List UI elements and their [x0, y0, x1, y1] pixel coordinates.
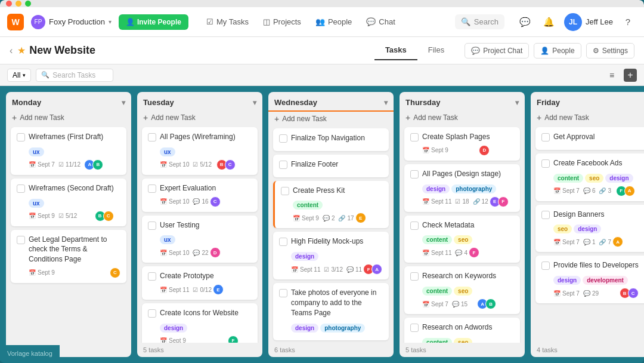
workspace-chevron-icon: ▾: [109, 19, 112, 25]
task-card[interactable]: Create Facebook Adscontentseodesign📅Sept…: [535, 153, 644, 201]
task-card[interactable]: Research on Keywordscontentseo📅Sept 7💬15…: [404, 266, 520, 314]
task-card[interactable]: Wireframes (First Draft)ux📅Sept 7☑11/12A…: [11, 127, 126, 175]
nav-chat[interactable]: 💬 Chat: [360, 14, 401, 30]
calendar-icon: 📅: [29, 269, 36, 276]
people-button[interactable]: 👤 People: [534, 43, 581, 59]
task-checkbox[interactable]: [17, 133, 25, 141]
task-card[interactable]: High Fidelity Mock-upsdesign📅Sept 11☑3/1…: [273, 232, 389, 279]
task-checkbox[interactable]: [410, 324, 419, 332]
search-tasks-input[interactable]: 🔍 Search Tasks: [36, 69, 113, 82]
workspace-name: Foxy Production: [49, 17, 105, 26]
add-task-monday[interactable]: + Add new Task: [6, 110, 131, 127]
tasks-list-friday: Get Approval Create Facebook Adscontents…: [531, 127, 644, 343]
task-avatars: C: [112, 267, 120, 278]
task-checkbox[interactable]: [148, 222, 156, 230]
task-checklist: ☑5/12: [58, 213, 77, 219]
page-title: New Website: [29, 44, 374, 57]
plus-icon: +: [274, 114, 279, 124]
task-checkbox[interactable]: [148, 272, 156, 281]
back-button[interactable]: ‹: [10, 45, 13, 56]
task-card[interactable]: Create Splash Pages📅Sept 9D: [404, 127, 520, 161]
column-chevron-wednesday[interactable]: ▾: [384, 99, 388, 107]
task-checkbox[interactable]: [17, 184, 25, 193]
column-chevron-tuesday[interactable]: ▾: [253, 99, 256, 107]
help-icon[interactable]: ?: [619, 13, 637, 31]
add-column-button[interactable]: +: [624, 69, 637, 82]
task-card[interactable]: Get Legal Department to check the Terms …: [11, 230, 126, 283]
user-menu[interactable]: JL Jeff Lee: [564, 13, 613, 31]
task-checkbox[interactable]: [541, 159, 550, 168]
task-card[interactable]: Get Approval: [535, 127, 644, 150]
task-checkbox[interactable]: [410, 170, 419, 179]
favorite-button[interactable]: ★: [17, 45, 26, 56]
task-checkbox[interactable]: [148, 133, 156, 141]
task-checkbox[interactable]: [410, 272, 419, 281]
search-box[interactable]: 🔍 Search: [455, 14, 504, 29]
settings-icon: ⚙: [593, 47, 599, 55]
task-card[interactable]: Provide files to Developersdesigndevelop…: [535, 256, 644, 303]
task-card[interactable]: Check Metadatacontentseo📅Sept 11💬4F: [404, 216, 520, 263]
task-card[interactable]: Create Icons for Websitedesign📅Sept 9F: [142, 303, 258, 343]
task-checkbox[interactable]: [410, 133, 419, 141]
nav-projects[interactable]: ◫ Projects: [257, 14, 307, 30]
task-card[interactable]: Create Prototype📅Sept 11☑0/12E: [142, 266, 258, 300]
tab-tasks[interactable]: Tasks: [374, 41, 417, 60]
task-card[interactable]: Create Press Kitcontent📅Sept 9💬2🔗17E: [273, 181, 389, 229]
nav-people[interactable]: 👥 People: [309, 14, 358, 30]
task-card[interactable]: Research on Adwordscontentseo📅Sept 7💬6BC: [404, 318, 520, 343]
column-chevron-thursday[interactable]: ▾: [515, 99, 519, 107]
task-comments: 💬6: [583, 187, 596, 194]
add-task-thursday[interactable]: + Add new Task: [400, 110, 525, 127]
project-chat-button[interactable]: 💬 Project Chat: [465, 43, 529, 59]
view-toggle-button[interactable]: ≡: [603, 67, 620, 84]
column-chevron-monday[interactable]: ▾: [122, 99, 125, 107]
task-tag-content: content: [422, 235, 452, 244]
task-card[interactable]: Finalize Top Navigation: [273, 128, 389, 151]
bell-icon[interactable]: 🔔: [540, 13, 558, 31]
task-card[interactable]: All Pages (Design stage)designphotograph…: [404, 164, 520, 212]
task-card[interactable]: User Testingux📅Sept 10💬22D: [142, 216, 258, 263]
task-card[interactable]: All Pages (Wireframing)ux📅Sept 10☑5/12BC: [142, 127, 258, 175]
task-checkbox[interactable]: [279, 238, 287, 246]
add-task-tuesday[interactable]: + Add new Task: [137, 110, 262, 127]
close-dot[interactable]: [6, 1, 12, 7]
task-checkbox[interactable]: [17, 236, 25, 244]
add-task-friday[interactable]: + Add new Task: [531, 110, 644, 127]
workspace-avatar: FP: [31, 15, 45, 29]
task-checkbox[interactable]: [410, 222, 419, 230]
task-date: 📅Sept 9: [293, 215, 319, 222]
maximize-dot[interactable]: [25, 1, 31, 7]
checklist-icon: ☑: [193, 161, 198, 168]
task-checkbox[interactable]: [279, 289, 287, 297]
nav-my-tasks[interactable]: ☑ My Tasks: [200, 14, 255, 30]
app-logo: W: [7, 14, 24, 30]
tab-files[interactable]: Files: [417, 41, 455, 60]
task-avatars: C: [212, 196, 221, 207]
task-checkbox[interactable]: [279, 161, 287, 169]
task-tags: contentseo: [422, 284, 496, 296]
task-checkbox[interactable]: [148, 309, 156, 318]
task-checkbox[interactable]: [281, 187, 289, 195]
settings-button[interactable]: ⚙ Settings: [586, 43, 634, 59]
workspace-selector[interactable]: FP Foxy Production ▾: [31, 15, 112, 29]
task-card[interactable]: Take photos of everyone in company to ad…: [273, 283, 389, 340]
invite-people-button[interactable]: 👤 Invite People: [119, 14, 188, 30]
task-card[interactable]: Wireframes (Second Draft)ux📅Sept 9☑5/12B…: [11, 179, 126, 226]
add-task-wednesday[interactable]: + Add new Task: [268, 112, 394, 128]
all-filter[interactable]: All ▾: [7, 69, 31, 82]
task-tag-content: content: [293, 201, 323, 210]
task-checkbox[interactable]: [541, 133, 550, 141]
notifications-icon[interactable]: 💬: [516, 13, 534, 31]
task-checkbox-area: Get Approval: [541, 132, 644, 145]
task-card[interactable]: Design Bannersseodesign📅Sept 7💬1🔗7A: [535, 205, 644, 253]
minimize-dot[interactable]: [16, 1, 21, 7]
task-checkbox[interactable]: [541, 262, 550, 270]
task-date: 📅Sept 7: [422, 301, 448, 307]
task-card[interactable]: Expert Evaluation📅Sept 10💬16C: [142, 179, 258, 212]
task-checkbox[interactable]: [279, 134, 287, 143]
tasks-count-thursday: 5 tasks: [400, 343, 525, 357]
task-meta: 📅Sept 9☑5/12BC: [29, 211, 114, 222]
task-card[interactable]: Finalize Footer: [273, 155, 389, 177]
task-checkbox[interactable]: [541, 211, 550, 219]
task-checkbox[interactable]: [148, 184, 156, 193]
